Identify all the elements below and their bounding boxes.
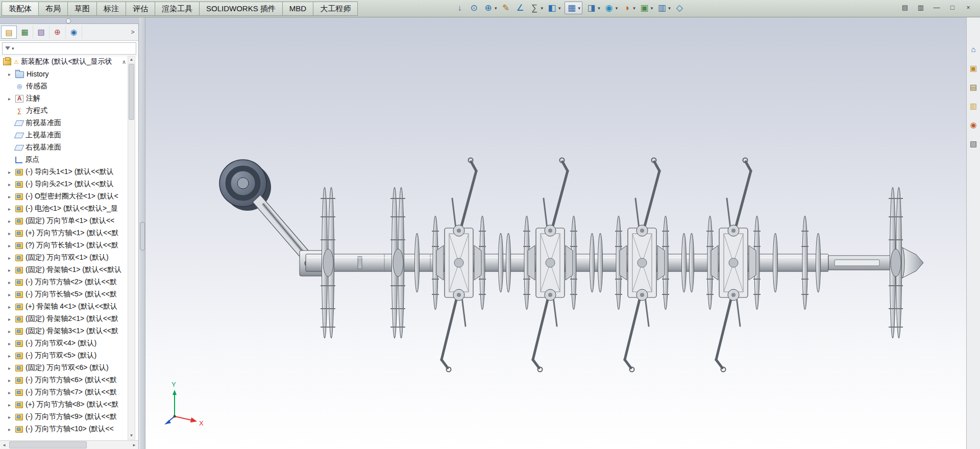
expand-arrow-icon[interactable]: ▸ bbox=[8, 427, 14, 432]
tree-item[interactable]: 右视基准面 bbox=[0, 141, 127, 154]
mass-properties-icon[interactable]: ∑ bbox=[529, 3, 540, 13]
expand-arrow-icon[interactable]: ▸ bbox=[8, 280, 14, 285]
tree-horizontal-scrollbar[interactable]: ◄ ► bbox=[0, 440, 138, 449]
expand-arrow-icon[interactable]: ▸ bbox=[8, 316, 14, 322]
tree-item[interactable]: ▸(-) 万向节长轴<5> (默认<<默 bbox=[0, 288, 127, 301]
ribbon-tab-3[interactable]: 草图 bbox=[67, 2, 96, 16]
dropdown-caret-icon[interactable]: ▾ bbox=[651, 6, 653, 11]
dropdown-caret-icon[interactable]: ▾ bbox=[633, 6, 635, 11]
ribbon-tab-1[interactable]: 装配体 bbox=[2, 2, 38, 16]
panel-splitter[interactable] bbox=[139, 17, 145, 449]
ribbon-tab-8[interactable]: MBD bbox=[282, 2, 313, 16]
expand-arrow-icon[interactable]: ▸ bbox=[8, 378, 14, 383]
expand-arrow-icon[interactable]: ▸ bbox=[8, 255, 14, 261]
collapse-tree-icon[interactable]: ∧ bbox=[122, 59, 126, 65]
panel-collapse-dot[interactable] bbox=[66, 18, 71, 23]
dropdown-caret-icon[interactable]: ▾ bbox=[598, 6, 600, 11]
expand-arrow-icon[interactable]: ▸ bbox=[8, 96, 14, 102]
close-button[interactable]: × bbox=[963, 4, 974, 11]
file-explorer-icon[interactable]: ▥ bbox=[970, 102, 977, 110]
expand-arrow-icon[interactable]: ▸ bbox=[8, 243, 14, 248]
tab-propertymanager[interactable]: ▦ bbox=[17, 26, 33, 39]
scroll-up-icon[interactable]: ▲ bbox=[128, 56, 135, 63]
tree-item[interactable]: ▸(-) 万向节方轴<7> (默认<<默 bbox=[0, 386, 127, 398]
custom-properties-icon[interactable]: ▧ bbox=[970, 140, 977, 148]
tree-item[interactable]: ∑方程式 bbox=[0, 105, 127, 117]
expand-arrow-icon[interactable]: ▸ bbox=[8, 267, 14, 273]
expand-arrow-icon[interactable]: ▸ bbox=[8, 231, 14, 236]
tree-item[interactable]: ▸(+) 万向节方轴<1> (默认<<默 bbox=[0, 227, 127, 239]
tree-item[interactable]: ▸(-) 万向节双<4> (默认) bbox=[0, 337, 127, 350]
tab-configurationmanager[interactable]: ▧ bbox=[33, 26, 50, 39]
ribbon-tab-2[interactable]: 布局 bbox=[38, 2, 67, 16]
measure-icon[interactable]: ∠ bbox=[515, 3, 526, 13]
view-orientation-icon[interactable]: ▦ bbox=[567, 3, 577, 13]
apply-scene-icon[interactable]: ▣ bbox=[639, 3, 650, 13]
appearances-icon[interactable]: ◉ bbox=[970, 121, 976, 129]
restore-button[interactable]: □ bbox=[947, 4, 958, 11]
tab-featuremanager[interactable]: ▤ bbox=[1, 26, 17, 39]
sketch-tool-icon[interactable]: ✎ bbox=[501, 3, 511, 13]
minimize-button[interactable]: — bbox=[931, 4, 942, 11]
panel-tabs-expand-icon[interactable]: > bbox=[127, 29, 138, 36]
ribbon-tab-5[interactable]: 评估 bbox=[126, 2, 155, 16]
vertical-scroll-thumb[interactable] bbox=[129, 64, 134, 120]
fullscreen-icon[interactable]: ◇ bbox=[674, 3, 685, 13]
tree-item[interactable]: ▸(-) 导向头2<1> (默认<<默认 bbox=[0, 178, 127, 190]
display-style-icon[interactable]: ◨ bbox=[586, 3, 597, 13]
expand-arrow-icon[interactable]: ▸ bbox=[8, 365, 14, 371]
ribbon-tab-6[interactable]: 渲染工具 bbox=[155, 2, 199, 16]
expand-arrow-icon[interactable]: ▸ bbox=[8, 390, 14, 395]
tree-item[interactable]: ▸(-) 万向节方轴<10> (默认<< bbox=[0, 423, 127, 435]
expand-arrow-icon[interactable]: ▸ bbox=[8, 182, 14, 187]
tree-item[interactable]: ▸(固定) 骨架轴<1> (默认<<默认 bbox=[0, 264, 127, 276]
ribbon-tab-7[interactable]: SOLIDWORKS 插件 bbox=[199, 2, 282, 16]
scroll-down-icon[interactable]: ▼ bbox=[128, 432, 135, 439]
tree-vertical-scrollbar[interactable]: ▲ ▼ bbox=[128, 56, 135, 440]
scroll-right-icon[interactable]: ► bbox=[130, 443, 138, 447]
tree-item[interactable]: ▸(?) 万向节长轴<1> (默认<<默 bbox=[0, 239, 127, 252]
ribbon-tab-4[interactable]: 标注 bbox=[96, 2, 126, 16]
pane-left-icon[interactable]: ▤ bbox=[899, 4, 911, 11]
tree-item[interactable]: 上视基准面 bbox=[0, 129, 127, 141]
tree-item[interactable]: ▸(固定) 骨架轴3<1> (默认<<默 bbox=[0, 325, 127, 337]
tree-item[interactable]: ▸(-) 导向头1<1> (默认<<默认 bbox=[0, 166, 127, 178]
expand-arrow-icon[interactable]: ▸ bbox=[8, 304, 14, 310]
tab-displaymanager[interactable]: ◉ bbox=[66, 26, 82, 39]
zoom-area-icon[interactable]: ⊕ bbox=[483, 3, 494, 13]
scroll-left-icon[interactable]: ◄ bbox=[0, 443, 8, 447]
expand-arrow-icon[interactable]: ▸ bbox=[8, 194, 14, 199]
expand-arrow-icon[interactable]: ▸ bbox=[8, 414, 14, 420]
expand-arrow-icon[interactable]: ▸ bbox=[8, 218, 14, 224]
tree-item[interactable]: ▸(固定) 万向节双<6> (默认) bbox=[0, 362, 127, 374]
horizontal-scroll-thumb[interactable] bbox=[9, 441, 87, 448]
tree-item[interactable]: ▸A注解 bbox=[0, 92, 127, 105]
pane-right-icon[interactable]: ▥ bbox=[915, 4, 926, 11]
dropdown-caret-icon[interactable]: ▾ bbox=[668, 6, 671, 11]
tree-item[interactable]: ▸(-) 万向节双<5> (默认) bbox=[0, 350, 127, 362]
section-view-icon[interactable]: ◧ bbox=[547, 3, 557, 13]
tree-item[interactable]: ▸(-) O型密封圈大径<1> (默认< bbox=[0, 190, 127, 203]
edit-appearance-icon[interactable]: ◑ bbox=[621, 3, 632, 13]
tree-item[interactable]: ▸History bbox=[0, 68, 127, 80]
tree-item[interactable]: ◎传感器 bbox=[0, 80, 127, 92]
tree-item[interactable]: ▸(+) 骨架轴 4<1> (默认<<默认 bbox=[0, 301, 127, 313]
tree-item[interactable]: ▸(-) 万向节方轴<9> (默认<<默 bbox=[0, 411, 127, 423]
expand-arrow-icon[interactable]: ▸ bbox=[8, 71, 14, 77]
expand-arrow-icon[interactable]: ▸ bbox=[8, 206, 14, 212]
dropdown-caret-icon[interactable]: ▾ bbox=[578, 6, 581, 11]
dropdown-caret-icon[interactable]: ▾ bbox=[558, 6, 561, 11]
expand-arrow-icon[interactable]: ▸ bbox=[8, 341, 14, 346]
view-settings-icon[interactable]: ▥ bbox=[656, 3, 667, 13]
tab-dimxpertmanager[interactable]: ⊕ bbox=[50, 26, 66, 39]
hide-show-items-icon[interactable]: ◉ bbox=[604, 3, 615, 13]
tree-item[interactable]: ▸(-) 万向节方轴<6> (默认<<默 bbox=[0, 374, 127, 386]
dropdown-caret-icon[interactable]: ▾ bbox=[541, 6, 544, 11]
tree-item[interactable]: 原点 bbox=[0, 154, 127, 166]
reorient-view-icon[interactable]: ↓ bbox=[454, 3, 465, 13]
home-icon[interactable]: ⌂ bbox=[971, 45, 975, 54]
tree-item[interactable]: ▸(-) 万向节方轴<2> (默认<<默 bbox=[0, 276, 127, 288]
filter-caret-icon[interactable]: ▾ bbox=[12, 46, 14, 51]
tree-item[interactable]: ▸(固定) 万向节单<1> (默认<< bbox=[0, 215, 127, 227]
dropdown-caret-icon[interactable]: ▾ bbox=[495, 6, 497, 11]
